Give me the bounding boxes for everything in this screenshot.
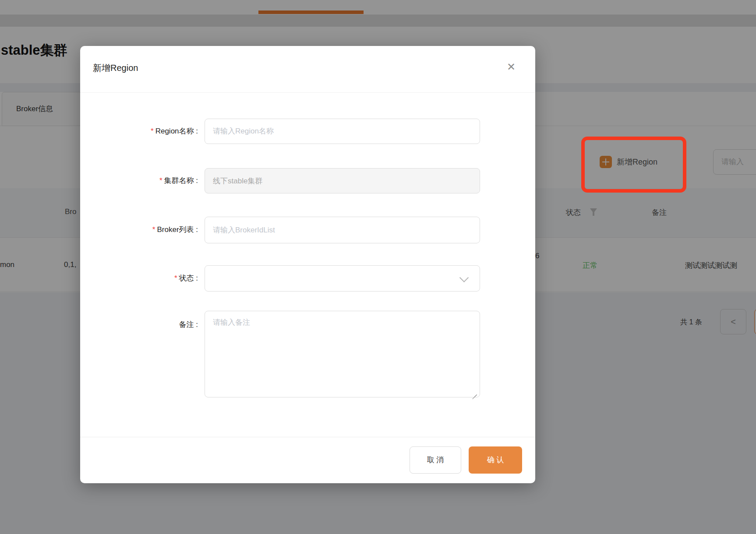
annotation-highlight-box [581,137,686,193]
required-asterisk: * [174,274,177,282]
resize-handle-icon[interactable] [471,389,478,396]
cluster-name-input [205,168,480,193]
label-cluster-name: *集群名称 : [84,176,198,186]
required-asterisk: * [159,176,163,185]
label-remark: 备注 : [84,320,198,330]
remark-textarea[interactable] [205,311,480,397]
status-select[interactable] [205,265,480,292]
screen: stable集群 Broker信息 新增Region Bro 状态 备注 mon… [0,0,756,534]
close-icon[interactable]: ✕ [503,59,519,75]
label-broker-list: *Broker列表 : [84,225,198,235]
region-name-input[interactable] [205,119,480,144]
required-asterisk: * [152,225,155,234]
label-region-name: *Region名称 : [84,126,198,136]
modal-header-divider [80,92,535,93]
add-region-modal: 新增Region ✕ *Region名称 : *集群名称 : *Broker列表… [80,46,535,483]
chevron-down-icon [459,273,469,282]
modal-footer-divider [80,437,535,437]
broker-list-input[interactable] [205,217,480,243]
confirm-button[interactable]: 确 认 [469,446,522,474]
label-status: *状态 : [84,273,198,283]
required-asterisk: * [151,127,154,135]
modal-title: 新增Region [93,62,138,74]
cancel-button[interactable]: 取 消 [410,446,461,474]
